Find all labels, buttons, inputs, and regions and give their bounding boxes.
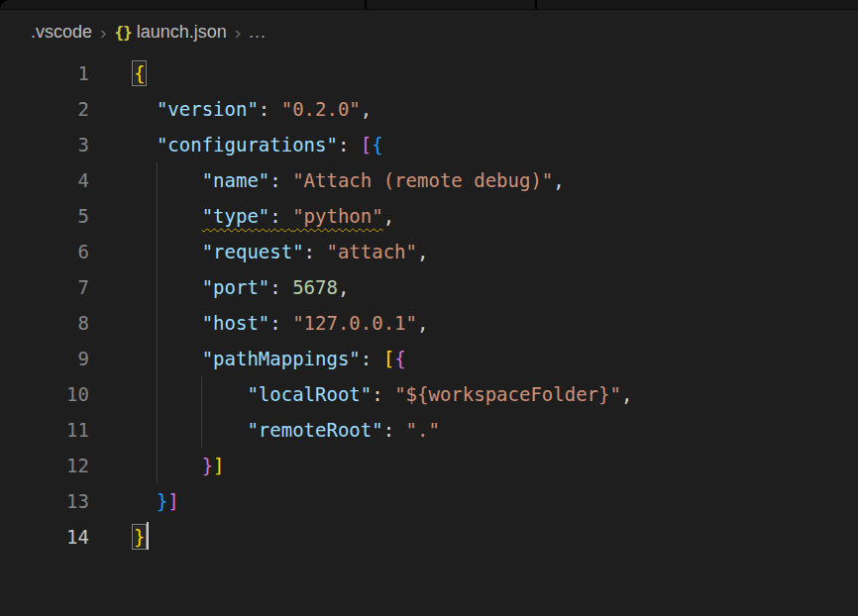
line-number[interactable]: 5 [0,198,89,234]
indent-guide [157,412,158,448]
indent-guide [201,376,202,412]
code-line-content: "configurations": [{ [134,127,383,162]
code-line[interactable]: 3 "configurations": [{ [0,127,858,162]
line-number[interactable]: 3 [0,127,89,162]
chevron-right-icon: › [100,23,106,42]
code-editor[interactable]: 1{2 "version": "0.2.0",3 "configurations… [0,53,858,555]
indent-guide [157,198,158,234]
line-number[interactable]: 12 [0,448,89,483]
line-number[interactable]: 6 [0,234,89,269]
indent-guide [157,269,158,305]
code-line[interactable]: 14} [0,519,858,555]
code-line-content: } [134,519,149,555]
breadcrumb-folder[interactable]: .vscode [31,22,92,43]
code-line[interactable]: 2 "version": "0.2.0", [0,91,858,127]
code-line[interactable]: 5 "type": "python", [0,198,858,234]
line-number[interactable]: 13 [0,483,89,519]
code-line[interactable]: 1{ [0,55,858,91]
code-line-content: "request": "attach", [134,234,428,269]
breadcrumb-file-label: launch.json [137,22,227,43]
code-line-content: "type": "python", [134,198,394,234]
text-cursor [147,522,149,550]
editor-window: .vscode › {} launch.json › ... 1{2 "vers… [0,0,858,616]
chevron-right-icon: › [235,23,241,42]
code-line[interactable]: 13 }] [0,483,858,519]
tab-divider [365,0,367,9]
code-line[interactable]: 12 }] [0,448,858,483]
code-line-content: "remoteRoot": "." [134,412,440,448]
json-braces-icon: {} [114,23,131,42]
tab-divider [535,0,537,9]
code-line[interactable]: 6 "request": "attach", [0,234,858,269]
line-number[interactable]: 9 [0,341,89,376]
line-number[interactable]: 14 [0,519,89,555]
code-line-content: }] [134,483,179,519]
code-line-content: { [134,55,145,91]
line-number[interactable]: 1 [0,55,89,91]
code-line-content: "pathMappings": [{ [134,341,406,376]
code-lines: 1{2 "version": "0.2.0",3 "configurations… [0,55,858,555]
code-line-content: "host": "127.0.0.1", [134,305,428,341]
line-number[interactable]: 11 [0,412,89,448]
indent-guide [157,341,158,376]
line-number[interactable]: 10 [0,376,89,412]
breadcrumb-file[interactable]: {} launch.json [114,22,226,43]
line-number[interactable]: 2 [0,91,89,127]
code-line[interactable]: 7 "port": 5678, [0,269,858,305]
indent-guide [157,234,158,269]
line-number[interactable]: 7 [0,269,89,305]
indent-guide [157,376,158,412]
code-line-content: "localRoot": "${workspaceFolder}", [134,376,632,412]
code-line[interactable]: 11 "remoteRoot": "." [0,412,858,448]
code-line-content: "name": "Attach (remote debug)", [134,162,565,198]
code-line[interactable]: 9 "pathMappings": [{ [0,341,858,376]
code-line-content: "port": 5678, [134,269,349,305]
indent-guide [157,448,158,483]
breadcrumb: .vscode › {} launch.json › ... [0,10,858,53]
line-number[interactable]: 8 [0,305,89,341]
code-line-content: "version": "0.2.0", [134,91,372,127]
editor-tab-bar[interactable] [0,0,858,10]
code-line-content: }] [134,448,225,483]
breadcrumb-symbols[interactable]: ... [249,22,267,43]
indent-guide [157,305,158,341]
indent-guide [157,162,158,198]
code-line[interactable]: 8 "host": "127.0.0.1", [0,305,858,341]
line-number[interactable]: 4 [0,162,89,198]
code-line[interactable]: 4 "name": "Attach (remote debug)", [0,162,858,198]
code-line[interactable]: 10 "localRoot": "${workspaceFolder}", [0,376,858,412]
indent-guide [201,412,202,448]
